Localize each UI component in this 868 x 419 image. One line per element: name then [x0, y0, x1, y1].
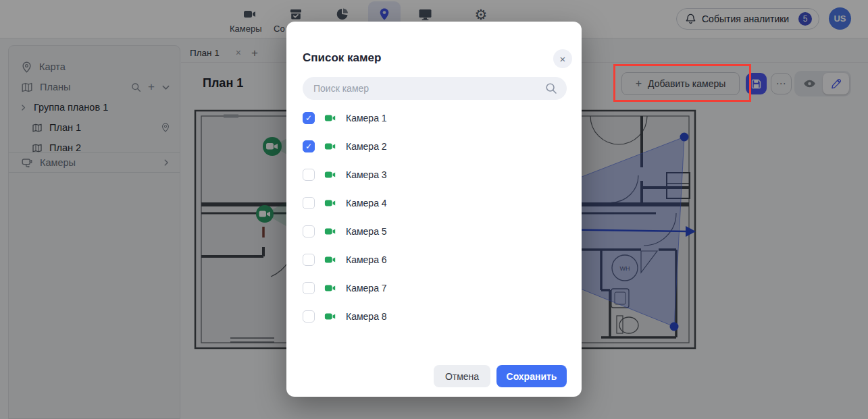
- camera-name: Камера 1: [346, 113, 387, 123]
- modal-close-button[interactable]: ×: [553, 49, 572, 68]
- camera-row[interactable]: Камера 4: [303, 194, 566, 213]
- checkbox-unchecked[interactable]: [303, 225, 315, 238]
- camera-row[interactable]: Камера 6: [303, 250, 566, 269]
- camera-icon: [324, 255, 336, 264]
- camera-icon: [324, 198, 336, 208]
- checkbox-unchecked[interactable]: [303, 310, 315, 323]
- camera-row[interactable]: ✓ Камера 2: [303, 137, 566, 156]
- camera-row[interactable]: Камера 7: [303, 279, 566, 298]
- checkbox-unchecked[interactable]: [303, 282, 315, 294]
- camera-name: Камера 8: [346, 311, 387, 322]
- modal-title: Список камер: [303, 51, 381, 65]
- camera-row[interactable]: Камера 3: [303, 165, 566, 184]
- save-button[interactable]: Сохранить: [496, 365, 567, 387]
- checkbox-unchecked[interactable]: [303, 254, 315, 266]
- checkbox-checked[interactable]: ✓: [303, 112, 315, 124]
- camera-search: [303, 77, 567, 100]
- camera-list-modal: Список камер × ✓ Камера 1 ✓ Камера 2 Кам…: [286, 22, 582, 397]
- annotation-highlight-rect: [613, 64, 751, 102]
- camera-icon: [324, 170, 336, 179]
- camera-icon: [324, 142, 336, 151]
- camera-name: Камера 5: [346, 226, 387, 237]
- search-icon: [545, 82, 557, 94]
- checkbox-unchecked[interactable]: [303, 169, 315, 181]
- camera-icon: [324, 113, 336, 123]
- camera-icon: [324, 283, 336, 293]
- camera-name: Камера 2: [346, 141, 387, 152]
- cancel-button[interactable]: Отмена: [434, 365, 490, 387]
- camera-row[interactable]: ✓ Камера 1: [303, 109, 566, 128]
- camera-name: Камера 3: [346, 169, 387, 180]
- camera-icon: [324, 227, 336, 236]
- checkbox-checked[interactable]: ✓: [303, 140, 315, 152]
- camera-name: Камера 7: [346, 283, 387, 294]
- camera-row[interactable]: Камера 5: [303, 222, 566, 241]
- camera-search-input[interactable]: [313, 83, 545, 94]
- checkbox-unchecked[interactable]: [303, 197, 315, 209]
- camera-name: Камера 4: [346, 198, 387, 208]
- camera-name: Камера 6: [346, 254, 387, 265]
- close-icon: ×: [560, 53, 566, 65]
- camera-row[interactable]: Камера 8: [303, 307, 566, 326]
- camera-icon: [324, 312, 336, 321]
